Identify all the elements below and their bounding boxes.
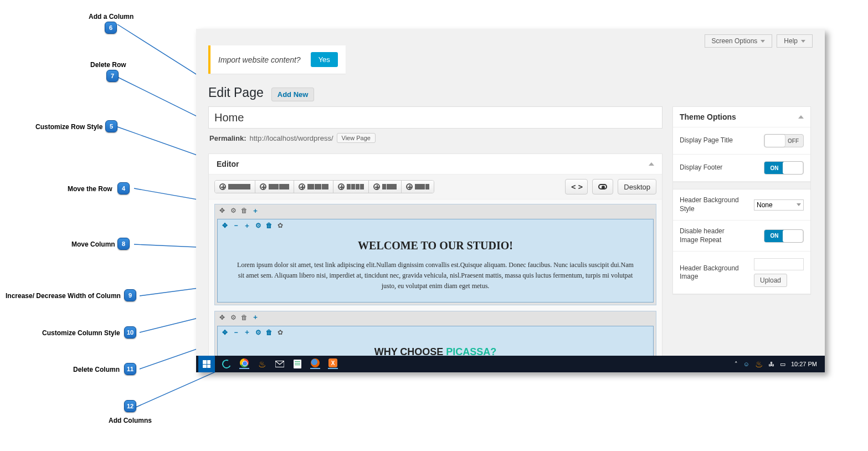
add-element-icon[interactable]: ✿ [276,329,284,336]
tray-flame-icon[interactable]: ♨ [755,359,763,370]
xampp-icon[interactable]: X [328,359,338,369]
row-block-2: ✥ ⚙ 🗑 ＋ ✥ − ＋ ⚙ 🗑 ✿ WHY CHOOSE PI [214,311,656,361]
callout-label-6: Add a Column [89,13,133,20]
header-bg-style-select[interactable]: None [754,199,804,211]
help-button[interactable]: Help [777,34,813,48]
add-row-2-1-button[interactable] [402,181,434,193]
add-new-button[interactable]: Add New [271,88,315,101]
theme-options-header[interactable]: Theme Options [673,107,810,127]
chevron-down-icon [761,40,765,43]
editor-metabox: Editor < > Desktop ✥ [208,153,662,372]
tray-network-icon[interactable]: 🖧 [768,361,774,367]
decrease-width-icon[interactable]: − [232,222,240,229]
plus-icon [260,183,266,190]
add-column-icon[interactable]: ＋ [251,314,259,321]
post-title-input[interactable] [208,106,662,129]
increase-width-icon[interactable]: ＋ [243,329,251,336]
permalink: Permalink: http://localhost/wordpress/ V… [208,129,662,143]
import-notice: Import website content? Yes [208,45,346,74]
row-block-1: ✥ ⚙ 🗑 ＋ ✥ − ＋ ⚙ 🗑 ✿ WELCOME TO OU [214,204,656,305]
move-row-icon[interactable]: ✥ [218,314,226,321]
help-label: Help [784,37,798,45]
disable-header-repeat-label: Disable header Image Repeat [680,227,741,244]
disable-header-repeat-toggle[interactable]: ON [764,229,804,243]
gear-icon[interactable]: ⚙ [229,314,237,321]
mail-icon[interactable] [275,359,285,369]
add-row-1col-button[interactable] [215,181,255,193]
screen-options-button[interactable]: Screen Options [705,34,773,48]
notice-text: Import website content? [218,55,301,64]
add-row-1-2-button[interactable] [369,181,402,193]
callout-bubble-5: 5 [105,120,117,132]
callout-bubble-12: 12 [124,400,136,412]
start-button[interactable] [198,356,215,372]
header-bg-style-label: Header Background Style [680,196,741,213]
plus-icon [299,183,305,190]
chevron-down-icon [797,203,801,206]
content-paragraph: Lorem ipsum dolor sit amet, test link ad… [233,260,638,292]
add-row-4col-button[interactable] [333,181,369,193]
callout-bubble-9: 9 [124,289,136,301]
editor-header[interactable]: Editor [209,154,662,175]
preview-button[interactable] [592,179,613,194]
notepad-icon[interactable] [292,359,302,369]
move-row-icon[interactable]: ✥ [218,207,226,214]
header-bg-image-input[interactable] [754,258,804,270]
view-page-button[interactable]: View Page [337,133,376,143]
upload-button[interactable]: Upload [754,274,787,287]
column-settings-icon[interactable]: ⚙ [254,222,262,229]
display-footer-toggle[interactable]: ON [764,161,804,175]
viewport-desktop-button[interactable]: Desktop [618,179,656,194]
system-tray: ˄ ☺ ♨ 🖧 ▭ 10:27 PM [735,359,823,370]
add-column-icon[interactable]: ＋ [251,207,259,214]
plus-icon [338,183,345,190]
display-footer-label: Display Footer [680,163,722,172]
trash-icon[interactable]: 🗑 [240,314,248,321]
decrease-width-icon[interactable]: − [232,329,240,336]
tray-clock[interactable]: 10:27 PM [791,361,817,367]
callout-label-10: Customize Column Style [42,329,120,337]
content-heading: WELCOME TO OUR STUDIO! [233,239,638,252]
add-row-3col-button[interactable] [294,181,333,193]
callout-label-7: Delete Row [90,61,126,69]
flame-icon[interactable]: ♨ [257,359,267,369]
notice-yes-button[interactable]: Yes [311,52,338,67]
callout-bubble-11: 11 [124,363,136,375]
windows-icon [203,360,210,368]
screen-options-label: Screen Options [712,37,758,45]
taskbar: ♨ X ˄ ☺ ♨ 🖧 ▭ 10:27 PM [196,356,825,372]
tray-expand-icon[interactable]: ˄ [735,361,738,368]
source-code-button[interactable]: < > [565,179,588,194]
tray-user-icon[interactable]: ☺ [743,361,749,367]
plus-icon [373,183,380,190]
move-column-icon[interactable]: ✥ [221,222,229,229]
column-settings-icon[interactable]: ⚙ [254,329,262,336]
add-row-2col-button[interactable] [255,181,294,193]
chevron-down-icon [801,40,805,43]
permalink-label: Permalink: [209,134,246,142]
move-column-icon[interactable]: ✥ [221,329,229,336]
delete-column-icon[interactable]: 🗑 [265,222,273,229]
editor-toolbar: < > Desktop [209,175,662,199]
tray-action-center-icon[interactable]: ▭ [780,361,785,368]
eye-icon [598,184,607,189]
callout-label-4: Move the Row [68,185,112,193]
callout-label-8: Move Column [71,240,115,248]
increase-width-icon[interactable]: ＋ [243,222,251,229]
add-element-icon[interactable]: ✿ [276,222,284,229]
gear-icon[interactable]: ⚙ [229,207,237,214]
firefox-icon[interactable] [310,359,320,369]
trash-icon[interactable]: 🗑 [240,207,248,214]
chrome-icon[interactable] [239,359,249,369]
column-block-2: ✥ − ＋ ⚙ 🗑 ✿ WHY CHOOSE PICASSA? [217,326,654,358]
permalink-url: http://localhost/wordpress/ [249,134,333,142]
delete-column-icon[interactable]: 🗑 [265,329,273,336]
theme-options-panel: Theme Options Display Page Title OFF Dis… [672,106,811,294]
collapse-icon [798,115,804,119]
edge-icon[interactable] [222,359,232,369]
column-block-1: ✥ − ＋ ⚙ 🗑 ✿ WELCOME TO OUR STUDIO! Lorem… [217,219,654,303]
display-page-title-toggle[interactable]: OFF [764,134,804,147]
callout-bubble-10: 10 [124,326,136,339]
callout-label-9: Increase/ Decrease Width of Column [6,292,121,300]
callout-bubble-8: 8 [117,238,130,250]
